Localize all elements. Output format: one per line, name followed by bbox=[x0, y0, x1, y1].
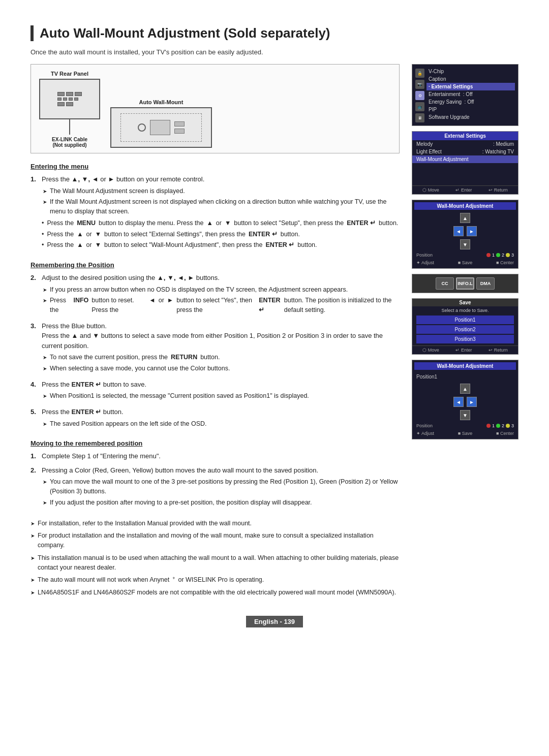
light-value: : Watching TV bbox=[482, 149, 514, 154]
wma-title-2: Wall-Mount Adjustment bbox=[414, 362, 516, 370]
arrow-down: ▼ bbox=[460, 239, 470, 249]
footer-return: ↩ Return bbox=[489, 187, 508, 193]
menu-item-external: · External Settings bbox=[426, 83, 515, 90]
wma-positions-2: Position 1 2 3 bbox=[414, 423, 516, 428]
main-layout: TV Rear Panel bbox=[30, 64, 518, 601]
wm-inner bbox=[120, 113, 202, 142]
wall-mount-adj-screenshot-1: Wall-Mount Adjustment ▲ ◄ ► ▼ Position 1 bbox=[412, 200, 518, 269]
port-small bbox=[63, 98, 67, 101]
list-num: 3. bbox=[30, 321, 38, 375]
ctrl-center: ■ Center bbox=[496, 260, 514, 265]
list-content: Press the ENTER ↵ button to save. When P… bbox=[42, 380, 400, 403]
diagram-box: TV Rear Panel bbox=[30, 64, 400, 153]
list-num: 5. bbox=[30, 407, 38, 430]
ctrl-adjust: ✦ Adjust bbox=[416, 260, 434, 265]
list-item: 4. Press the ENTER ↵ button to save. Whe… bbox=[30, 380, 400, 403]
arrow-right: ► bbox=[467, 226, 477, 236]
setup-menu-items: V-Chip Caption · External Settings Enter… bbox=[426, 68, 515, 121]
arrow-left-2: ◄ bbox=[453, 397, 464, 407]
bullet-item: Press the ▲ or ▼ button to select "Exter… bbox=[42, 230, 400, 239]
wma-arrows-1: ▲ ◄ ► ▼ bbox=[414, 213, 516, 249]
bullet-item: Press the ▲ or ▼ button to select "Wall-… bbox=[42, 240, 400, 250]
right-column: 🔒 📷 ⚙ 📺 🖥 V-Chip Caption · External Sett… bbox=[412, 64, 518, 601]
position1-label: Position1 bbox=[414, 373, 516, 381]
cable-line bbox=[69, 119, 70, 135]
footer-badge: English - 139 bbox=[246, 616, 303, 627]
port bbox=[57, 102, 65, 106]
wma-controls-2: ✦ Adjust ■ Save ■ Center bbox=[414, 430, 516, 437]
step3-text: Press the Blue button. Press the ▲ and ▼… bbox=[42, 322, 383, 350]
save-subtitle: Select a mode to Save. bbox=[412, 306, 518, 314]
list-item: 1. Complete Step 1 of "Entering the menu… bbox=[30, 451, 400, 461]
arrow-lr-row: ◄ ► bbox=[453, 226, 477, 236]
save-pos2: Position2 bbox=[416, 325, 514, 334]
ext-ss-title: External Settings bbox=[412, 132, 518, 140]
menu-item-entertainment: Entertainment : Off bbox=[426, 90, 515, 98]
list-item: 1. Press the ▲, ▼, ◄ or ► button on your… bbox=[30, 174, 400, 252]
arrow-lr-row-2: ◄ ► bbox=[453, 397, 477, 407]
remembering-list: 2. Adjust to the desired position using … bbox=[30, 273, 400, 430]
entering-menu-list: 1. Press the ▲, ▼, ◄ or ► button on your… bbox=[30, 174, 400, 252]
list-item: 2. Pressing a Color (Red, Green, Yellow)… bbox=[30, 465, 400, 510]
step1-text: Press the ▲, ▼, ◄ or ► button on your re… bbox=[42, 175, 204, 183]
wm-rect bbox=[150, 120, 170, 135]
pos-dot-3b bbox=[506, 424, 510, 428]
arrow-down-2: ▼ bbox=[460, 410, 470, 420]
footer-move: ⬡ Move bbox=[422, 187, 439, 193]
sub-item: The saved Position appears on the left s… bbox=[42, 419, 400, 429]
list-content: Press the ▲, ▼, ◄ or ► button on your re… bbox=[42, 174, 400, 252]
setup-icon-3: 📺 bbox=[415, 102, 424, 111]
move-step2-sub: You can move the wall mount to one of th… bbox=[42, 477, 400, 507]
step2-sub: If you press an arrow button when no OSD… bbox=[42, 285, 400, 315]
ctrl-adjust-2: ✦ Adjust bbox=[416, 431, 434, 436]
position-label: Position bbox=[416, 253, 433, 258]
sub-item: If the Wall Mount Adjustment screen is n… bbox=[42, 197, 400, 216]
move-step1-text: Complete Step 1 of "Entering the menu". bbox=[42, 452, 161, 460]
list-num: 1. bbox=[30, 174, 38, 252]
remembering-position-heading: Remembering the Position bbox=[30, 261, 400, 269]
port bbox=[75, 92, 82, 96]
save-pos3: Position3 bbox=[416, 335, 514, 343]
sub-item: If you adjust the position after moving … bbox=[42, 498, 400, 508]
save-footer-enter: ↵ Enter bbox=[455, 348, 472, 353]
setup-icon-2: 📷 bbox=[415, 80, 424, 89]
ext-spacer bbox=[412, 163, 518, 183]
note-item: LN46A850S1F and LN46A860S2F models are n… bbox=[30, 588, 400, 597]
remote-btn-group: CC INFO.L DMA bbox=[436, 277, 495, 290]
wma-title-1: Wall-Mount Adjustment bbox=[414, 202, 516, 210]
list-num: 4. bbox=[30, 380, 38, 403]
pos-dot-1b bbox=[486, 424, 491, 428]
position-dots-2: 1 2 3 bbox=[486, 423, 514, 428]
port bbox=[66, 92, 73, 96]
sub-item: Press the INFO button to reset. Press th… bbox=[42, 296, 400, 315]
note-item: This installation manual is to be used w… bbox=[30, 553, 400, 573]
note-item: For product installation and the install… bbox=[30, 531, 400, 550]
wm-label: Auto Wall-Mount bbox=[139, 99, 184, 105]
save-footer-move: ⬡ Move bbox=[422, 348, 439, 353]
tv-rear-box bbox=[39, 79, 100, 119]
list-item: 3. Press the Blue button. Press the ▲ an… bbox=[30, 321, 400, 375]
port bbox=[66, 102, 73, 106]
pos-num-1: 1 bbox=[492, 253, 495, 258]
wma-positions-1: Position 1 2 3 bbox=[414, 253, 516, 258]
arrow-col: ▲ ◄ ► ▼ bbox=[453, 213, 477, 249]
menu-item-vchip: V-Chip bbox=[426, 68, 515, 75]
pos-dot-1 bbox=[486, 253, 491, 257]
light-label: Light Effect bbox=[416, 149, 442, 154]
menu-item-caption: Caption bbox=[426, 75, 515, 83]
sub-item: The Wall Mount Adjustment screen is disp… bbox=[42, 186, 400, 196]
moving-position-heading: Moving to the remembered position bbox=[30, 439, 400, 447]
list-item: 5. Press the ENTER ↵ button. The saved P… bbox=[30, 407, 400, 430]
btn-dma: DMA bbox=[476, 277, 495, 290]
menu-item-energy: Energy Saving : Off bbox=[426, 98, 515, 106]
port-row-2 bbox=[57, 98, 78, 101]
save-mode-screenshot: Save Select a mode to Save. Position1 Po… bbox=[412, 298, 518, 355]
intro-text: Once the auto wall mount is installed, y… bbox=[30, 48, 518, 56]
arrow-left: ◄ bbox=[453, 226, 464, 236]
save-footer: ⬡ Move ↵ Enter ↩ Return bbox=[412, 345, 518, 354]
setup-icon-1: 🔒 bbox=[415, 69, 424, 78]
wma-controls-1: ✦ Adjust ■ Save ■ Center bbox=[414, 259, 516, 266]
pos-num-2b: 2 bbox=[502, 423, 504, 428]
list-item: 2. Adjust to the desired position using … bbox=[30, 273, 400, 317]
notes-section: For installation, refer to the Installat… bbox=[30, 519, 400, 597]
